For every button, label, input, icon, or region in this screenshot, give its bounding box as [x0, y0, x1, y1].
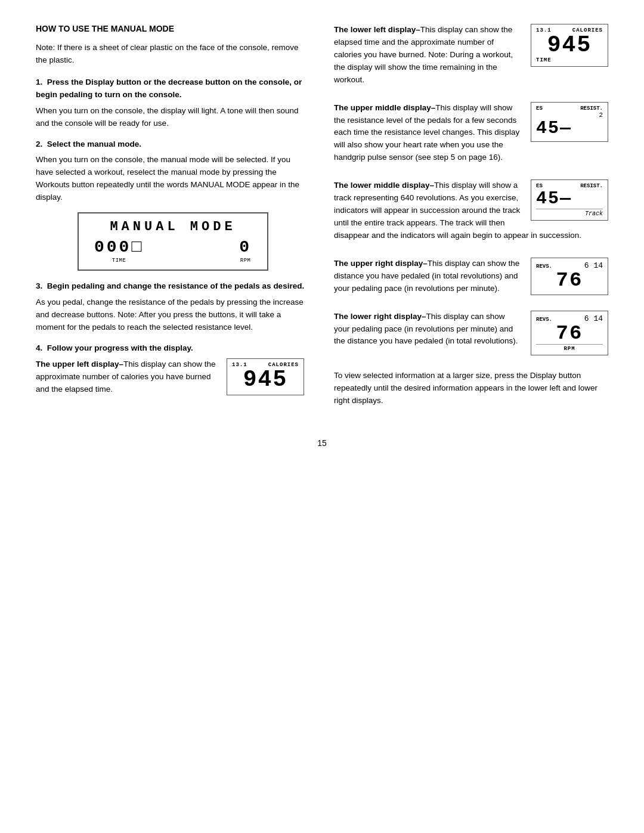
lower-left-section: 13.1 CALORIES 945 TIME The lower left di… [334, 24, 608, 94]
lower-middle-bold: The lower middle display– [334, 181, 434, 190]
um-top-left: ES [536, 106, 543, 112]
page-number: 15 [317, 438, 327, 448]
step1-bold: Press the Display button or the decrease… [36, 78, 302, 99]
step2-bold: Select the manual mode. [47, 140, 141, 148]
upper-middle-section: ES RESIST. 2 45― The upper middle displa… [334, 102, 608, 172]
lower-right-section: REVS. 6 14 76 RPM The lower right displa… [334, 311, 608, 362]
step3-label: 3. Begin pedaling and change the resista… [36, 280, 310, 293]
ur-big-num: 76 [536, 270, 603, 292]
lower-left-display-label: TIME [536, 57, 603, 63]
display-mode-text: MANUAL MODE [110, 219, 236, 234]
upper-middle-display: ES RESIST. 2 45― [531, 102, 608, 142]
step1-number: 1. [36, 78, 42, 86]
lr-bottom-label: RPM [536, 344, 603, 352]
step2-para: When you turn on the console, the manual… [36, 154, 310, 204]
lower-left-display-big-num: 945 [536, 33, 603, 57]
display-time-segment: 000□ [94, 238, 144, 256]
step4-bold: Follow your progress with the display. [47, 343, 193, 352]
step1-label: 1. Press the Display button or the decre… [36, 76, 310, 101]
step3-bold: Begin pedaling and change the resistance… [47, 281, 304, 290]
upper-right-display: REVS. 6 14 76 [531, 258, 608, 295]
lm-top-right: RESIST. [580, 183, 603, 189]
display-time-label: TIME [112, 258, 126, 264]
upper-right-bold: The upper right display– [334, 259, 428, 268]
lower-left-bold: The lower left display– [334, 25, 420, 34]
upper-left-display: 13.1 CALORIES 945 [227, 358, 304, 395]
lr-top-num: 6 14 [584, 314, 603, 323]
ur-revs-label: REVS. [536, 264, 552, 270]
intro-note: Note: If there is a sheet of clear plast… [36, 42, 310, 67]
display-rpm-segment: 0 [239, 238, 252, 256]
um-top-right: RESIST. [580, 106, 603, 112]
upper-right-section: REVS. 6 14 76 The upper right display–Th… [334, 258, 608, 302]
lm-big-num: 45― [536, 189, 603, 209]
lm-track-label: Track [536, 209, 603, 217]
lower-right-display: REVS. 6 14 76 RPM [531, 311, 608, 356]
upper-left-bold: The upper left display– [36, 360, 123, 368]
step4-number: 4. [36, 343, 42, 352]
lower-middle-section: ES RESIST. 45― Track The lower middle di… [334, 179, 608, 249]
lower-left-display: 13.1 CALORIES 945 TIME [531, 24, 608, 67]
step3-number: 3. [36, 281, 42, 290]
closing-para: To view selected information at a larger… [334, 370, 608, 407]
um-small-top: 2 [536, 112, 603, 119]
display-rpm-label: RPM [240, 258, 251, 264]
step4-label: 4. Follow your progress with the display… [36, 342, 310, 355]
manual-mode-display: MANUAL MODE 000□ TIME 0 RPM [78, 212, 268, 271]
step2-label: 2. Select the manual mode. [36, 138, 310, 151]
cal-display-big-num: 945 [232, 368, 299, 392]
lr-revs-label: REVS. [536, 317, 552, 323]
upper-left-display-text: The upper left display–This display can … [36, 358, 217, 396]
lower-right-bold: The lower right display– [334, 312, 426, 321]
step2-number: 2. [36, 140, 42, 148]
lower-middle-display: ES RESIST. 45― Track [531, 179, 608, 221]
section-heading: HOW TO USE THE MANUAL MODE [36, 24, 310, 33]
lr-big-num: 76 [536, 323, 603, 345]
um-big-num: 45― [536, 119, 603, 138]
upper-middle-bold: The upper middle display– [334, 103, 435, 112]
ur-top-num: 6 14 [584, 261, 603, 270]
step3-para: As you pedal, change the resistance of t… [36, 296, 310, 334]
step1-para: When you turn on the console, the displa… [36, 105, 310, 130]
